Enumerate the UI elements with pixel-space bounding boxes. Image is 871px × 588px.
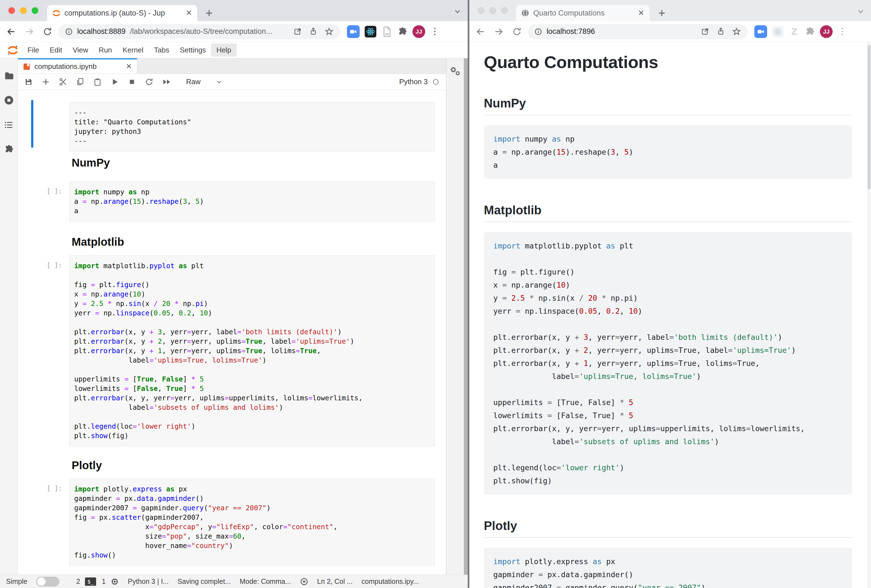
plotly-code-cell[interactable]: import plotly.express as pxgapminder = p… bbox=[69, 479, 435, 566]
react-devtools-extension-icon[interactable] bbox=[365, 26, 376, 37]
mode-indicator[interactable]: Mode: Comma... bbox=[240, 578, 291, 585]
numpy-code-cell[interactable]: import numpy as npa = np.arange(15).resh… bbox=[69, 182, 435, 222]
close-tab-icon[interactable]: ✕ bbox=[186, 9, 192, 17]
matplotlib-code-cell[interactable]: import matplotlib.pyplot as plt fig = pl… bbox=[69, 255, 435, 446]
reload-button[interactable] bbox=[43, 27, 52, 36]
cell-type-value: Raw bbox=[186, 78, 201, 86]
maximize-window-button[interactable] bbox=[31, 7, 38, 14]
address-bar[interactable]: localhost:7896 bbox=[528, 24, 748, 39]
profile-avatar[interactable]: JJ bbox=[820, 25, 833, 38]
paste-cell-button[interactable] bbox=[93, 78, 102, 86]
restart-kernel-button[interactable] bbox=[145, 78, 153, 86]
raw-cell[interactable]: ---title: "Quarto Computations"jupyter: … bbox=[69, 102, 435, 152]
back-button[interactable] bbox=[476, 27, 485, 37]
zoom-extension-icon[interactable] bbox=[347, 25, 360, 38]
selected-cell-bar[interactable] bbox=[31, 100, 33, 148]
menu-run[interactable]: Run bbox=[94, 43, 117, 57]
bookmark-star-icon[interactable] bbox=[732, 27, 741, 36]
profile-avatar[interactable]: JJ bbox=[412, 25, 425, 38]
open-in-window-icon[interactable] bbox=[293, 27, 302, 36]
site-info-icon[interactable] bbox=[65, 28, 73, 36]
section-heading-numpy: NumPy bbox=[484, 96, 852, 115]
quarto-rendered-page: Quarto Computations NumPy import numpy a… bbox=[469, 42, 867, 588]
menu-kernel[interactable]: Kernel bbox=[117, 43, 148, 57]
minimize-window-button[interactable] bbox=[20, 7, 27, 14]
react-devtools-extension-icon[interactable] bbox=[772, 26, 784, 37]
new-tab-button[interactable]: + bbox=[658, 6, 666, 20]
file-browser-icon[interactable] bbox=[4, 70, 14, 81]
menu-settings[interactable]: Settings bbox=[174, 43, 211, 57]
property-inspector-gears-icon[interactable] bbox=[449, 66, 461, 575]
extensions-puzzle-icon[interactable] bbox=[805, 27, 815, 37]
maximize-window-button[interactable] bbox=[501, 7, 508, 14]
cell-prompt: [ ]: bbox=[46, 188, 68, 195]
document-extension-icon[interactable] bbox=[381, 25, 392, 38]
terminal-icon[interactable]: $_ bbox=[85, 578, 96, 586]
kernel-chip-icon[interactable] bbox=[111, 578, 119, 586]
minimize-window-button[interactable] bbox=[489, 7, 496, 14]
add-cell-button[interactable] bbox=[42, 78, 50, 86]
z-extension-icon[interactable]: Z bbox=[789, 25, 800, 38]
chrome-menu-icon[interactable] bbox=[840, 28, 845, 35]
menu-help[interactable]: Help bbox=[211, 43, 236, 57]
notebook-file-tab[interactable]: computations.ipynb ✕ bbox=[18, 58, 137, 73]
browser-tab[interactable]: Quarto Computations ✕ bbox=[516, 5, 650, 21]
close-notebook-tab-icon[interactable]: ✕ bbox=[126, 62, 132, 71]
jupyter-logo-icon bbox=[3, 45, 22, 56]
share-icon[interactable] bbox=[717, 27, 725, 36]
browser-tab-title: computations.ip (auto-S) - Jup bbox=[64, 9, 182, 18]
jupyterlab-app: File Edit View Run Kernel Tabs Settings … bbox=[0, 42, 468, 588]
extension-manager-icon[interactable] bbox=[4, 144, 14, 154]
notebook-toolbar: Raw Python 3 bbox=[18, 74, 446, 90]
globe-favicon-icon bbox=[521, 9, 529, 17]
copy-cell-button[interactable] bbox=[76, 78, 84, 86]
menu-tabs[interactable]: Tabs bbox=[148, 43, 174, 57]
page-scrollbar[interactable] bbox=[867, 42, 871, 588]
bookmark-star-icon[interactable] bbox=[325, 27, 334, 36]
line-col-indicator[interactable]: Ln 2, Col ... bbox=[317, 578, 353, 585]
kernel-indicator[interactable]: Python 3 bbox=[399, 78, 439, 86]
address-bar[interactable]: localhost:8889 /lab/workspaces/auto-S/tr… bbox=[58, 24, 340, 39]
close-window-button[interactable] bbox=[8, 7, 15, 14]
menu-edit[interactable]: Edit bbox=[45, 43, 67, 57]
simple-mode-label: Simple bbox=[6, 578, 27, 585]
notebook-heading-plotly: Plotly bbox=[72, 459, 102, 472]
restart-run-all-button[interactable] bbox=[162, 78, 172, 86]
chrome-menu-icon[interactable] bbox=[432, 28, 438, 35]
menu-file[interactable]: File bbox=[22, 43, 45, 57]
kernel-status-text[interactable]: Python 3 | I... bbox=[128, 578, 169, 585]
simple-mode-toggle[interactable] bbox=[36, 577, 60, 587]
browser-tab[interactable]: computations.ip (auto-S) - Jup ✕ bbox=[47, 5, 197, 21]
notebook-cells-area[interactable]: ---title: "Quarto Computations"jupyter: … bbox=[18, 90, 446, 575]
interrupt-kernel-button[interactable] bbox=[128, 78, 136, 86]
open-in-window-icon[interactable] bbox=[701, 27, 709, 36]
share-icon[interactable] bbox=[309, 27, 317, 36]
running-kernels-icon[interactable] bbox=[4, 95, 14, 106]
chevron-down-icon[interactable] bbox=[453, 7, 462, 16]
back-button[interactable] bbox=[6, 27, 16, 37]
reload-button[interactable] bbox=[512, 27, 522, 36]
notebook-file-tab-label: computations.ipynb bbox=[34, 62, 122, 71]
forward-button[interactable] bbox=[494, 27, 504, 37]
page-title: Quarto Computations bbox=[484, 52, 852, 72]
trust-shield-icon[interactable] bbox=[300, 578, 308, 586]
close-window-button[interactable] bbox=[478, 7, 484, 14]
run-cell-button[interactable] bbox=[111, 78, 119, 86]
zoom-extension-icon[interactable] bbox=[754, 25, 767, 38]
menu-view[interactable]: View bbox=[67, 43, 94, 57]
site-info-icon[interactable] bbox=[534, 28, 542, 36]
scrollbar-thumb[interactable] bbox=[868, 45, 871, 190]
new-tab-button[interactable]: + bbox=[205, 6, 213, 20]
forward-button[interactable] bbox=[24, 27, 34, 37]
close-tab-icon[interactable]: ✕ bbox=[638, 9, 644, 17]
extensions-puzzle-icon[interactable] bbox=[397, 27, 407, 37]
chevron-down-icon[interactable] bbox=[856, 7, 865, 16]
save-button[interactable] bbox=[24, 78, 33, 86]
cell-type-dropdown[interactable]: Raw bbox=[186, 78, 222, 86]
url-host: localhost:7896 bbox=[546, 27, 595, 36]
cut-cell-button[interactable] bbox=[59, 78, 67, 86]
notebook-heading-numpy: NumPy bbox=[72, 157, 110, 169]
table-of-contents-icon[interactable] bbox=[4, 120, 14, 130]
kernel-status-icon bbox=[432, 78, 439, 85]
jupyter-statusbar: Simple 2 $_ 1 Python 3 | I... Saving com… bbox=[0, 575, 468, 588]
